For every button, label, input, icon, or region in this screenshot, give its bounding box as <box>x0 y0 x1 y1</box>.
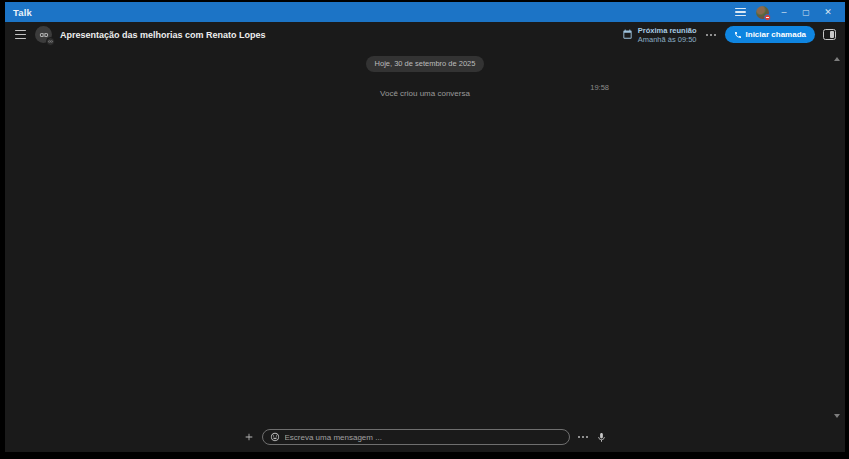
sidebar-toggle-button[interactable] <box>11 26 29 44</box>
composer-more-button[interactable] <box>578 436 588 438</box>
upcoming-meeting-chip[interactable]: Próxima reunião Amanhã às 09:50 <box>622 26 697 44</box>
start-call-label: Iniciar chamada <box>746 30 806 39</box>
start-call-button[interactable]: Iniciar chamada <box>725 26 815 43</box>
link-icon <box>48 39 53 44</box>
scroll-down-arrow[interactable] <box>834 414 840 418</box>
plus-icon <box>244 432 254 442</box>
conversation-title: Apresentação das melhorias com Renato Lo… <box>60 30 266 40</box>
hamburger-icon <box>735 8 746 17</box>
conversation-avatar[interactable] <box>35 26 52 43</box>
microphone-icon <box>596 432 607 443</box>
composer <box>5 426 845 452</box>
minimize-button[interactable]: – <box>773 2 795 22</box>
attach-button[interactable] <box>244 432 254 442</box>
date-separator-chip: Hoje, 30 de setembro de 2025 <box>366 56 485 72</box>
conversation-link-badge <box>46 37 55 46</box>
app-title: Talk <box>13 7 32 18</box>
message-input-wrapper <box>262 429 570 445</box>
close-button[interactable]: ✕ <box>817 2 839 22</box>
message-area: Hoje, 30 de setembro de 2025 Você criou … <box>5 47 845 426</box>
system-message-text: Você criou uma conversa <box>380 89 470 98</box>
smiley-icon <box>270 432 280 442</box>
app-window: Talk – ▢ ✕ Apresentação da <box>5 2 845 452</box>
conversation-more-button[interactable] <box>703 27 719 43</box>
dnd-status-badge <box>764 14 771 21</box>
calendar-icon <box>622 29 633 40</box>
user-avatar <box>756 6 769 19</box>
more-options-icon <box>578 436 588 438</box>
right-sidebar-toggle-button[interactable] <box>819 26 839 44</box>
meeting-text: Próxima reunião Amanhã às 09:50 <box>638 26 697 44</box>
emoji-picker-button[interactable] <box>270 432 280 442</box>
maximize-button[interactable]: ▢ <box>795 2 817 22</box>
titlebar: Talk – ▢ ✕ <box>5 2 845 22</box>
message-timestamp: 19:58 <box>590 83 609 92</box>
dock-right-icon <box>823 29 836 40</box>
record-voice-button[interactable] <box>596 432 607 443</box>
meeting-title: Próxima reunião <box>638 26 697 35</box>
hamburger-icon <box>15 30 26 32</box>
conversation-header: Apresentação das melhorias com Renato Lo… <box>5 22 845 47</box>
titlebar-menu-button[interactable] <box>729 2 751 22</box>
scroll-up-arrow[interactable] <box>834 57 840 61</box>
meeting-time: Amanhã às 09:50 <box>638 35 697 44</box>
phone-icon <box>734 31 742 39</box>
user-menu-button[interactable] <box>751 2 773 22</box>
more-options-icon <box>706 34 716 36</box>
message-input[interactable] <box>285 431 562 443</box>
system-message: Você criou uma conversa 19:58 <box>215 82 635 100</box>
message-list: Hoje, 30 de setembro de 2025 Você criou … <box>215 47 635 100</box>
date-separator-row: Hoje, 30 de setembro de 2025 <box>215 52 635 72</box>
